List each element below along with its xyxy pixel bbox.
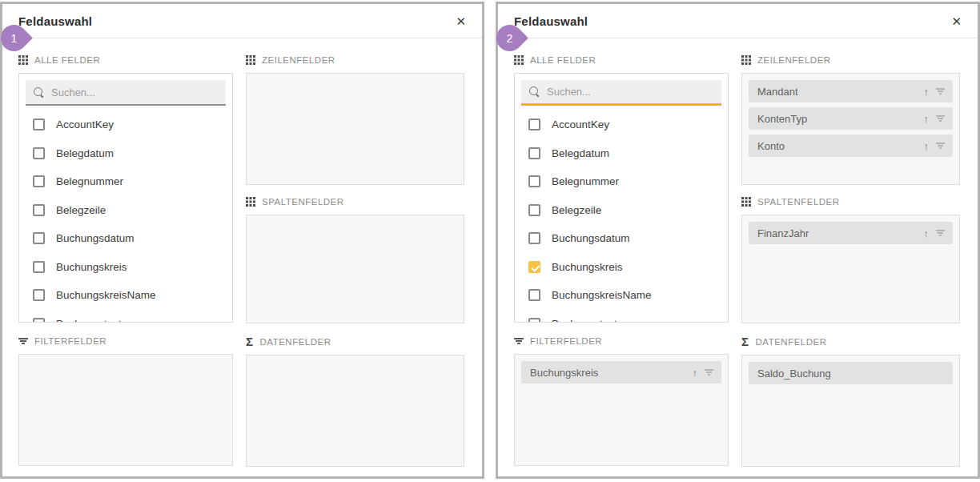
checkbox-icon[interactable]	[33, 147, 45, 159]
page-title: Feldauswahl	[18, 14, 92, 28]
field-checkbox-row[interactable]: Belegdatum	[26, 139, 226, 168]
field-label: Buchungskreis	[56, 261, 127, 273]
filter-list-icon[interactable]	[936, 143, 945, 149]
dialog-header: Feldauswahl ✕	[498, 4, 978, 38]
dialog-content: ALLE FELDER AccountKeyBelegdatumBelegnum…	[2, 38, 482, 467]
search-input[interactable]	[547, 86, 713, 98]
checkbox-icon[interactable]	[528, 147, 540, 159]
field-chip[interactable]: KontenTyp↑	[749, 107, 953, 130]
data-fields-dropzone[interactable]	[246, 355, 464, 467]
checkbox-icon[interactable]	[528, 175, 540, 187]
filter-list-icon[interactable]	[936, 115, 945, 122]
field-checkbox-row[interactable]: Buchungstext	[26, 310, 226, 323]
field-checkbox-row[interactable]: BuchungskreisName	[26, 281, 226, 310]
field-chip[interactable]: Saldo_Buchung	[749, 362, 953, 384]
close-icon[interactable]: ✕	[456, 15, 466, 27]
checkbox-icon[interactable]	[528, 318, 540, 323]
column-fields-dropzone[interactable]	[246, 215, 464, 323]
filter-icon	[18, 338, 28, 344]
section-filter-fields: FILTERFELDER	[514, 335, 729, 347]
checkbox-icon[interactable]	[528, 204, 540, 216]
dialog-header: Feldauswahl ✕	[2, 4, 482, 38]
filter-icon	[514, 338, 524, 344]
field-label: Belegzeile	[56, 204, 106, 216]
field-chip[interactable]: FinanzJahr↑	[749, 222, 953, 244]
field-label: Buchungsdatum	[56, 232, 135, 244]
grid-icon	[246, 55, 255, 65]
filter-list-icon[interactable]	[705, 369, 713, 376]
checkbox-icon[interactable]	[33, 175, 45, 187]
step-badge-2: 2	[491, 19, 528, 57]
checkbox-checked-icon[interactable]	[528, 261, 540, 273]
sort-asc-icon[interactable]: ↑	[693, 368, 698, 378]
checkbox-icon[interactable]	[33, 318, 45, 323]
grid-icon	[18, 55, 28, 65]
field-chip[interactable]: Buchungskreis↑	[521, 361, 721, 384]
search-box	[26, 80, 226, 106]
sort-asc-icon[interactable]: ↑	[924, 114, 930, 124]
field-label: Buchungsdatum	[552, 232, 630, 244]
field-checkbox-row[interactable]: AccountKey	[26, 110, 226, 139]
filter-list-icon[interactable]	[936, 88, 945, 94]
checkbox-icon[interactable]	[528, 289, 540, 301]
sort-asc-icon[interactable]: ↑	[924, 86, 930, 97]
field-checkbox-row[interactable]: Buchungskreis	[26, 253, 226, 282]
checkbox-icon[interactable]	[528, 118, 540, 131]
field-checkbox-row[interactable]: Belegnummer	[521, 167, 721, 196]
checkbox-icon[interactable]	[33, 204, 45, 216]
checkbox-icon[interactable]	[528, 232, 540, 244]
field-checkbox-row[interactable]: Belegzeile	[521, 196, 721, 225]
field-checkbox-row[interactable]: BuchungskreisName	[521, 281, 721, 310]
checkbox-icon[interactable]	[33, 118, 45, 131]
grid-icon	[246, 197, 255, 207]
row-fields-dropzone[interactable]	[246, 73, 464, 185]
field-checkbox-row[interactable]: Belegdatum	[521, 139, 721, 168]
filter-list-icon[interactable]	[936, 230, 945, 236]
column-fields-dropzone[interactable]: FinanzJahr↑	[741, 215, 960, 323]
chip-label: Buchungskreis	[530, 367, 598, 379]
checkbox-icon[interactable]	[33, 232, 45, 244]
field-label: Buchungskreis	[552, 261, 623, 273]
chip-label: Konto	[757, 140, 785, 152]
field-label: Belegdatum	[56, 147, 114, 159]
section-filter-fields: FILTERFELDER	[18, 335, 233, 347]
sort-asc-icon[interactable]: ↑	[924, 141, 930, 151]
chip-label: Mandant	[757, 86, 798, 98]
field-checkbox-row[interactable]: Buchungsdatum	[26, 224, 226, 253]
field-chooser-comparison: 1 Feldauswahl ✕ ALLE FELDER AccountKeyBe…	[0, 0, 980, 482]
chip-icons: ↑	[924, 141, 946, 151]
field-checkbox-row[interactable]: Buchungstext	[521, 310, 721, 323]
field-checkbox-row[interactable]: Buchungskreis	[521, 253, 721, 282]
search-input[interactable]	[51, 86, 218, 98]
sort-asc-icon[interactable]: ↑	[924, 228, 930, 239]
field-checkbox-row[interactable]: Belegzeile	[26, 196, 226, 225]
filter-fields-dropzone[interactable]: Buchungskreis↑	[514, 354, 729, 466]
field-checkbox-row[interactable]: Buchungsdatum	[521, 224, 721, 253]
search-box	[521, 80, 721, 106]
field-checkbox-row[interactable]: AccountKey	[521, 110, 721, 139]
sigma-icon: Σ	[246, 337, 254, 347]
field-label: BuchungskreisName	[552, 289, 652, 301]
section-data-fields: Σ DATENFELDER	[741, 336, 960, 347]
close-icon[interactable]: ✕	[951, 15, 962, 27]
field-chooser-panel-2: 2 Feldauswahl ✕ ALLE FELDER AccountKeyBe…	[496, 2, 980, 479]
field-checkbox-row[interactable]: Belegnummer	[26, 167, 226, 196]
field-chip[interactable]: Mandant↑	[749, 80, 953, 102]
filter-fields-dropzone[interactable]	[18, 354, 233, 466]
field-chip[interactable]: Konto↑	[749, 135, 953, 157]
field-label: Belegnummer	[56, 175, 123, 187]
chip-icons: ↑	[693, 368, 714, 378]
page-title: Feldauswahl	[514, 14, 588, 28]
grid-icon	[514, 55, 524, 65]
section-all-fields: ALLE FELDER	[18, 54, 233, 66]
row-fields-dropzone[interactable]: Mandant↑KontenTyp↑Konto↑	[741, 73, 960, 185]
checkbox-icon[interactable]	[33, 289, 45, 301]
sigma-icon: Σ	[741, 337, 749, 347]
section-row-fields: ZEILENFELDER	[246, 54, 464, 66]
grid-icon	[741, 55, 751, 65]
grid-icon	[741, 197, 751, 207]
data-fields-dropzone[interactable]: Saldo_Buchung	[741, 355, 960, 467]
field-label: Buchungstext	[552, 318, 617, 323]
field-label: AccountKey	[56, 118, 114, 131]
checkbox-icon[interactable]	[33, 261, 45, 273]
